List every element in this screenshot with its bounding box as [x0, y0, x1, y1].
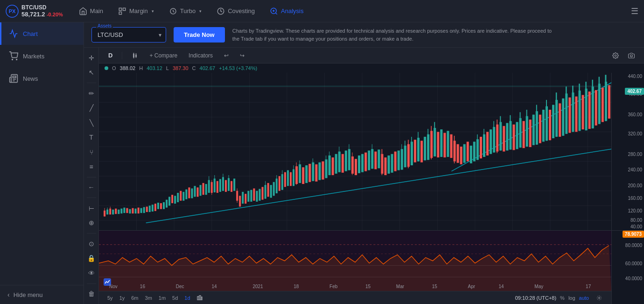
undo-btn[interactable]: ↩	[220, 51, 232, 60]
price-440: 440.00	[628, 74, 642, 79]
price-scale-wrapper: 440.00 400.00 402.67 360.00 320.00 280.0…	[611, 73, 644, 304]
compare-btn[interactable]: + Compare	[146, 51, 181, 60]
assets-select-wrapper: Assets LTC/USD BTC/USD ETH/USD ▾	[91, 27, 166, 42]
svg-rect-69	[157, 203, 159, 209]
nav-analysis[interactable]: Analysis	[263, 4, 310, 18]
sidebar-item-markets[interactable]: Markets	[0, 45, 84, 67]
candle-style-btn[interactable]	[128, 51, 142, 60]
period-1d[interactable]: 1d	[182, 294, 193, 302]
nav-covesting-label: Covesting	[228, 7, 255, 14]
undo-tool[interactable]: ←	[85, 181, 98, 194]
crosshair-tool[interactable]: ✛	[85, 51, 98, 64]
svg-rect-101	[233, 178, 235, 191]
chart-tb-right	[609, 51, 638, 60]
tool-sep-4	[87, 233, 96, 233]
price-display: 58,721.2 -0.20%	[21, 11, 63, 18]
svg-rect-123	[284, 172, 286, 187]
delete-tool[interactable]: 🗑	[85, 287, 98, 300]
home-icon	[79, 7, 87, 15]
svg-rect-93	[217, 181, 218, 193]
hide-menu-btn[interactable]: ‹ Hide menu	[0, 285, 84, 304]
price-240: 240.00	[628, 167, 642, 172]
indicator-icon[interactable]	[103, 277, 112, 288]
ray-tool[interactable]: ╲	[85, 116, 98, 129]
svg-rect-192	[447, 131, 449, 157]
price-320: 320.00	[628, 131, 642, 136]
settings-btn[interactable]	[609, 51, 623, 60]
svg-rect-84	[200, 185, 202, 196]
svg-rect-120	[279, 176, 280, 191]
trade-now-button[interactable]: Trade Now	[174, 27, 225, 42]
nav-turbo[interactable]: Turbo ▾	[162, 4, 208, 18]
svg-rect-260	[608, 85, 610, 119]
gear-icon	[612, 52, 619, 59]
eye-tool[interactable]: 👁	[85, 267, 98, 279]
svg-rect-190	[440, 129, 442, 157]
lock-tool[interactable]: 🔒	[85, 252, 98, 265]
svg-rect-130	[299, 164, 301, 183]
scale-auto[interactable]: auto	[579, 295, 589, 301]
svg-rect-135	[312, 163, 314, 181]
svg-rect-166	[388, 156, 390, 174]
svg-rect-148	[342, 154, 344, 173]
ohlc-o-label: O	[112, 65, 116, 71]
cursor-tool[interactable]: ↖	[85, 66, 98, 78]
current-price: 58,721.2	[21, 11, 45, 18]
zoom-tool[interactable]: ⊕	[85, 217, 98, 229]
svg-rect-62	[138, 208, 140, 214]
svg-rect-219	[512, 125, 515, 150]
svg-rect-108	[250, 190, 252, 202]
text-tool[interactable]: T	[85, 131, 98, 143]
svg-rect-162	[378, 149, 380, 168]
period-6m[interactable]: 6m	[128, 294, 141, 302]
hamburger-menu[interactable]: ☰	[631, 6, 638, 16]
period-5y[interactable]: 5y	[105, 294, 116, 302]
trendline-tool[interactable]: ╱	[85, 101, 98, 114]
scale-log[interactable]: log	[568, 295, 575, 301]
svg-rect-77	[180, 191, 182, 201]
svg-rect-234	[549, 110, 551, 140]
period-5d[interactable]: 5d	[169, 294, 181, 302]
content-area: Assets LTC/USD BTC/USD ETH/USD ▾ Trade N…	[84, 22, 644, 304]
svg-rect-158	[368, 150, 370, 170]
period-compare-icon[interactable]	[194, 294, 205, 302]
chart-canvas-area[interactable]	[99, 73, 611, 230]
settings-icon	[596, 295, 602, 301]
pitchfork-tool[interactable]: ⑂	[85, 146, 98, 158]
magnet-tool[interactable]: ⊙	[85, 237, 98, 250]
svg-rect-201	[473, 141, 476, 161]
current-price-line	[99, 86, 611, 86]
nav-main[interactable]: Main	[72, 4, 110, 18]
nav-covesting[interactable]: Covesting	[210, 4, 261, 18]
svg-rect-223	[523, 121, 525, 148]
fibonacci-tool[interactable]: ≡	[85, 160, 98, 173]
svg-rect-191	[443, 133, 446, 157]
timeline-bar: 5y 1y 6m 3m 1m 5d 1d	[99, 291, 611, 304]
assets-select[interactable]: LTC/USD BTC/USD ETH/USD	[91, 27, 166, 42]
redo-btn[interactable]: ↪	[236, 51, 248, 60]
tool-sep-1	[87, 83, 96, 83]
pencil-tool[interactable]: ✏	[85, 87, 98, 99]
period-1m[interactable]: 1m	[156, 294, 168, 302]
tool-sep-3	[87, 198, 96, 198]
chart-time: 09:10:28 (UTC+8)	[515, 295, 556, 301]
svg-rect-199	[467, 141, 469, 161]
scale-percent[interactable]: %	[560, 295, 565, 301]
period-day-btn[interactable]: D	[105, 50, 116, 60]
nav-margin[interactable]: Margin ▾	[112, 4, 161, 18]
period-3m[interactable]: 3m	[142, 294, 155, 302]
svg-rect-61	[135, 209, 137, 214]
svg-rect-105	[242, 192, 244, 204]
sidebar-item-news[interactable]: News	[0, 67, 84, 90]
settings-gear-btn[interactable]	[593, 291, 606, 304]
svg-rect-132	[302, 167, 304, 184]
tool-sep-5	[87, 283, 96, 284]
nav-turbo-label: Turbo	[180, 7, 196, 14]
period-1y[interactable]: 1y	[117, 294, 128, 302]
svg-rect-63	[140, 208, 142, 213]
ruler-tool[interactable]: ⊢	[85, 202, 98, 214]
sidebar-item-chart[interactable]: Chart	[0, 22, 84, 45]
indicators-btn[interactable]: Indicators	[185, 51, 217, 60]
screenshot-btn[interactable]	[624, 51, 638, 60]
chart-svg	[99, 73, 611, 230]
